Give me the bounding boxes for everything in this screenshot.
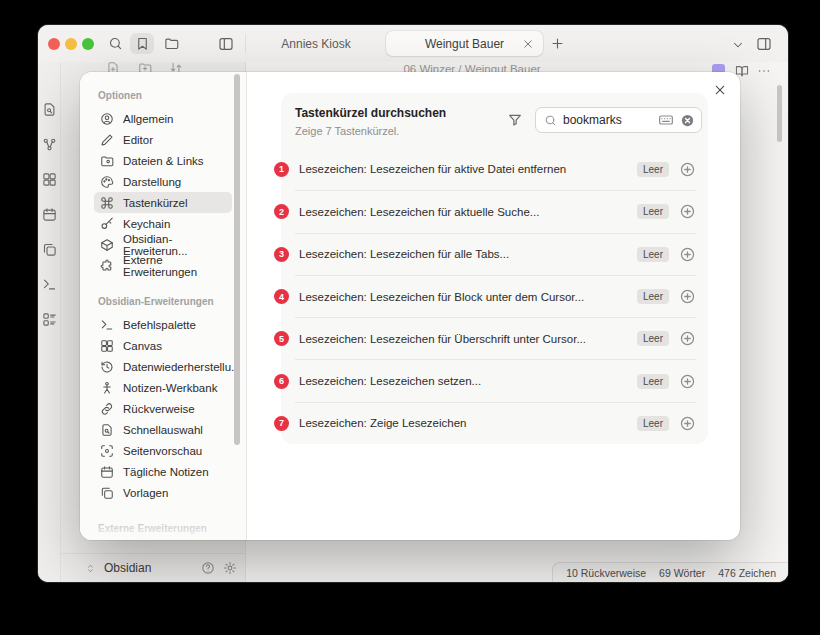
- settings-nav-externe-erweiterungen[interactable]: Externe Erweiterungen: [94, 255, 232, 276]
- new-tab-button[interactable]: [550, 36, 565, 51]
- calendar-icon: [100, 465, 114, 479]
- command-palette-icon[interactable]: [42, 277, 57, 292]
- zoom-window-button[interactable]: [82, 38, 94, 50]
- hotkey-blank-chip[interactable]: Leer: [637, 289, 669, 304]
- keyboard-icon[interactable]: [658, 112, 674, 128]
- hotkey-blank-chip[interactable]: Leer: [637, 374, 669, 389]
- clear-search-icon[interactable]: [680, 113, 695, 128]
- hotkey-number-badge: 2: [274, 204, 289, 219]
- hotkey-row: 6 Lesezeichen: Lesezeichen setzen... Lee…: [295, 359, 696, 401]
- folder-link-icon: [100, 154, 114, 168]
- folder-icon[interactable]: [164, 36, 179, 51]
- hotkey-label: Lesezeichen: Lesezeichen für alle Tabs..…: [299, 248, 627, 260]
- backlink-count[interactable]: 10 Rückverweise: [566, 567, 646, 579]
- search-icon[interactable]: [108, 36, 123, 51]
- layout-grid-icon: [100, 339, 114, 353]
- person-icon: [100, 381, 114, 395]
- add-hotkey-icon[interactable]: [679, 373, 696, 390]
- hotkey-number-badge: 7: [274, 416, 289, 431]
- hotkey-search-input[interactable]: [563, 113, 652, 127]
- tab-annies-kiosk[interactable]: Annies Kiosk: [246, 31, 386, 56]
- toggle-right-sidebar-icon[interactable]: [756, 36, 772, 52]
- hotkey-blank-chip[interactable]: Leer: [637, 247, 669, 262]
- hotkey-label: Lesezeichen: Lesezeichen setzen...: [299, 375, 627, 387]
- hotkey-row: 4 Lesezeichen: Lesezeichen für Block unt…: [295, 275, 696, 317]
- package-icon: [100, 238, 114, 252]
- settings-nav-dateien-links[interactable]: Dateien & Links: [94, 150, 232, 171]
- bookmark-icon[interactable]: [135, 36, 150, 51]
- hotkey-label: Lesezeichen: Lesezeichen für aktuelle Su…: [299, 206, 627, 218]
- settings-nav-tastenkuerzel[interactable]: Tastenkürzel: [94, 192, 232, 213]
- filter-icon[interactable]: [507, 112, 523, 128]
- tab-label: Annies Kiosk: [281, 37, 350, 51]
- terminal-icon: [100, 318, 114, 332]
- settings-nav-darstellung[interactable]: Darstellung: [94, 171, 232, 192]
- add-hotkey-icon[interactable]: [679, 246, 696, 263]
- settings-nav-rueckverweise[interactable]: Rückverweise: [94, 398, 232, 419]
- character-count[interactable]: 476 Zeichen: [718, 567, 776, 579]
- settings-nav-keychain[interactable]: Keychain: [94, 213, 232, 234]
- settings-nav-scrollbar[interactable]: [234, 74, 240, 445]
- vault-switcher[interactable]: Obsidian: [61, 553, 245, 582]
- hotkey-row: 5 Lesezeichen: Lesezeichen für Überschri…: [295, 317, 696, 359]
- pencil-icon: [100, 133, 114, 147]
- tab-weingut-bauer[interactable]: Weingut Bauer: [386, 31, 543, 56]
- settings-modal: Optionen Allgemein Editor Dateien & Link…: [80, 72, 740, 540]
- hotkey-blank-chip[interactable]: Leer: [637, 416, 669, 431]
- settings-nav-vorlagen[interactable]: Vorlagen: [94, 482, 232, 503]
- canvas-icon[interactable]: [42, 172, 57, 187]
- outline-icon[interactable]: [42, 312, 57, 327]
- scan-eye-icon: [100, 444, 114, 458]
- settings-nav-allgemein[interactable]: Allgemein: [94, 108, 232, 129]
- obsidian-window: Annies Kiosk Weingut Bauer Obsidian: [38, 25, 788, 582]
- settings-nav-seitenvorschau[interactable]: Seitenvorschau: [94, 440, 232, 461]
- minimize-window-button[interactable]: [65, 38, 77, 50]
- titlebar: Annies Kiosk Weingut Bauer: [38, 25, 788, 62]
- command-icon: [100, 196, 114, 210]
- templates-icon[interactable]: [42, 242, 57, 257]
- add-hotkey-icon[interactable]: [679, 161, 696, 178]
- hotkey-blank-chip[interactable]: Leer: [637, 162, 669, 177]
- hotkey-label: Lesezeichen: Lesezeichen für Block unter…: [299, 291, 627, 303]
- screen: { "window": { "titlebar": { "icons": ["s…: [0, 0, 820, 635]
- hotkey-blank-chip[interactable]: Leer: [637, 204, 669, 219]
- settings-nav-datenwiederherstellung[interactable]: Datenwiederherstellu...: [94, 356, 232, 377]
- add-hotkey-icon[interactable]: [679, 415, 696, 432]
- hotkey-blank-chip[interactable]: Leer: [637, 331, 669, 346]
- close-tab-icon[interactable]: [522, 38, 534, 50]
- settings-nav-canvas[interactable]: Canvas: [94, 335, 232, 356]
- settings-nav-obsidian-erweiterungen[interactable]: Obsidian-Erweiterun...: [94, 234, 232, 255]
- chevrons-up-down-icon: [85, 563, 96, 574]
- settings-nav-taegliche-notizen[interactable]: Tägliche Notizen: [94, 461, 232, 482]
- hotkeys-subtitle: Zeige 7 Tastenkürzel.: [295, 125, 507, 137]
- key-icon: [100, 217, 114, 231]
- settings-gear-icon[interactable]: [223, 561, 237, 575]
- graph-view-icon[interactable]: [42, 137, 57, 152]
- close-window-button[interactable]: [48, 38, 60, 50]
- editor-scrollbar[interactable]: [777, 85, 782, 142]
- quick-switcher-icon[interactable]: [42, 102, 57, 117]
- hotkey-list: 1 Lesezeichen: Lesezeichen für aktive Da…: [281, 148, 708, 444]
- daily-note-icon[interactable]: [42, 207, 57, 222]
- add-hotkey-icon[interactable]: [679, 203, 696, 220]
- close-settings-icon[interactable]: [713, 83, 727, 97]
- puzzle-icon: [100, 259, 114, 273]
- palette-icon: [100, 175, 114, 189]
- ribbon: [38, 62, 61, 582]
- user-circle-icon: [100, 112, 114, 126]
- help-icon[interactable]: [201, 561, 215, 575]
- settings-nav-schnellauswahl[interactable]: Schnellauswahl: [94, 419, 232, 440]
- settings-nav-befehlspalette[interactable]: Befehlspalette: [94, 314, 232, 335]
- hotkey-row: 1 Lesezeichen: Lesezeichen für aktive Da…: [295, 148, 696, 190]
- word-count[interactable]: 69 Wörter: [659, 567, 705, 579]
- add-hotkey-icon[interactable]: [679, 330, 696, 347]
- more-options-icon[interactable]: [757, 64, 771, 78]
- add-hotkey-icon[interactable]: [679, 288, 696, 305]
- tab-list-chevron-icon[interactable]: [731, 38, 745, 52]
- settings-nav-editor[interactable]: Editor: [94, 129, 232, 150]
- settings-nav-notizen-werkbank[interactable]: Notizen-Werkbank: [94, 377, 232, 398]
- hotkey-row: 7 Lesezeichen: Zeige Lesezeichen Leer: [295, 402, 696, 444]
- toggle-left-sidebar-icon[interactable]: [218, 36, 234, 52]
- nav-bottom-fade: [80, 510, 245, 540]
- settings-nav: Optionen Allgemein Editor Dateien & Link…: [80, 72, 247, 540]
